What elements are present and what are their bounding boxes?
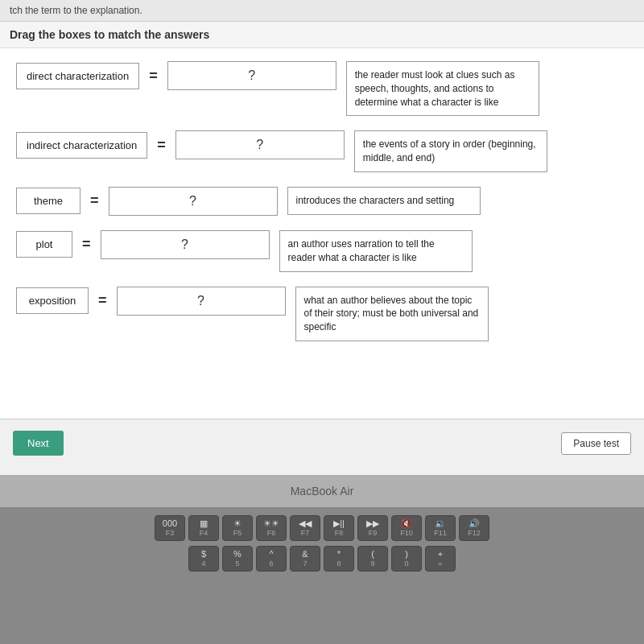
main-content: direct characterization = ? the reader m… [0, 48, 644, 419]
term-plot[interactable]: plot [16, 231, 72, 258]
key-f8[interactable]: ▶||F8 [324, 515, 354, 541]
equals-3: = [87, 192, 102, 209]
keyboard-row-fn: 000F3 ▦F4 ☀F5 ☀☀F6 ◀◀F7 ▶||F8 ▶▶F9 🔇F10 … [155, 515, 489, 541]
key-8[interactable]: *8 [324, 546, 354, 572]
pause-button[interactable]: Pause test [561, 432, 631, 455]
key-f6[interactable]: ☀☀F6 [256, 515, 287, 541]
key-7[interactable]: &7 [290, 546, 320, 572]
answer-box-1[interactable]: ? [167, 61, 336, 90]
key-6[interactable]: ^6 [256, 546, 287, 572]
key-5[interactable]: %5 [222, 546, 253, 572]
key-f11[interactable]: 🔉F11 [425, 515, 456, 541]
bottom-bar: Next Pause test [0, 419, 644, 467]
keyboard-row-num: $4 %5 ^6 &7 *8 (9 )0 += [188, 546, 456, 572]
term-indirect-characterization[interactable]: indirect characterization [16, 132, 147, 159]
definition-box-2[interactable]: the events of a story in order (beginnin… [354, 130, 547, 172]
definition-box-1[interactable]: the reader must look at clues such as sp… [346, 61, 539, 116]
match-row-1: direct characterization = ? the reader m… [16, 61, 628, 116]
match-row-4: plot = ? an author uses narration to tel… [16, 230, 628, 272]
key-f12[interactable]: 🔊F12 [459, 515, 489, 541]
equals-4: = [79, 236, 94, 253]
key-f10[interactable]: 🔇F10 [391, 515, 422, 541]
match-row-3: theme = ? introduces the characters and … [16, 187, 628, 216]
term-direct-characterization[interactable]: direct characterization [16, 63, 139, 89]
key-f9[interactable]: ▶▶F9 [357, 515, 388, 541]
answer-box-3[interactable]: ? [109, 187, 278, 216]
answer-box-4[interactable]: ? [101, 230, 270, 259]
equals-5: = [95, 292, 110, 309]
top-instruction-bar: tch the term to the explanation. [0, 0, 644, 22]
match-left-5: exposition = ? [16, 287, 286, 316]
subtitle-bar: Drag the boxes to match the answers [0, 22, 644, 48]
match-left-2: indirect characterization = ? [16, 130, 345, 159]
key-0[interactable]: )0 [391, 546, 422, 572]
key-equals[interactable]: += [425, 546, 456, 572]
macbook-label: MacBook Air [0, 475, 644, 507]
definition-box-3[interactable]: introduces the characters and setting [287, 187, 481, 215]
key-f3[interactable]: 000F3 [155, 515, 185, 541]
equals-1: = [146, 68, 161, 85]
equals-2: = [154, 137, 169, 154]
definition-box-5[interactable]: what an author believes about the topic … [295, 287, 489, 341]
match-left-1: direct characterization = ? [16, 61, 336, 90]
answer-box-2[interactable]: ? [175, 130, 345, 159]
match-left-3: theme = ? [16, 187, 278, 216]
key-9[interactable]: (9 [357, 546, 388, 572]
term-exposition[interactable]: exposition [16, 287, 89, 314]
match-row-2: indirect characterization = ? the events… [16, 130, 628, 172]
key-f4[interactable]: ▦F4 [188, 515, 219, 541]
subtitle-text: Drag the boxes to match the answers [10, 28, 209, 41]
keyboard-area: 000F3 ▦F4 ☀F5 ☀☀F6 ◀◀F7 ▶||F8 ▶▶F9 🔇F10 … [0, 507, 644, 644]
laptop-screen: tch the term to the explanation. Drag th… [0, 0, 644, 475]
answer-box-5[interactable]: ? [117, 287, 286, 316]
definition-box-4[interactable]: an author uses narration to tell the rea… [279, 230, 473, 272]
top-instruction-text: tch the term to the explanation. [10, 5, 142, 16]
key-f5[interactable]: ☀F5 [222, 515, 253, 541]
key-4[interactable]: $4 [188, 546, 219, 572]
term-theme[interactable]: theme [16, 188, 80, 214]
next-button[interactable]: Next [13, 431, 64, 456]
key-f7[interactable]: ◀◀F7 [290, 515, 320, 541]
match-left-4: plot = ? [16, 230, 270, 259]
match-row-5: exposition = ? what an author believes a… [16, 287, 628, 341]
